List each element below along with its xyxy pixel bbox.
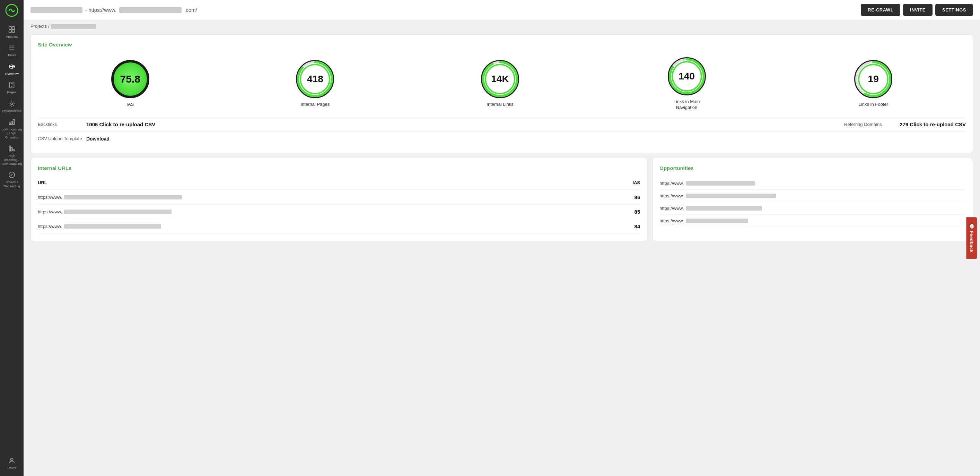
- links-nav-circle: 140: [668, 57, 706, 96]
- sidebar-item-overview[interactable]: Overview: [0, 60, 24, 78]
- svg-point-26: [483, 62, 517, 96]
- backlinks-value[interactable]: 1006 Click to re-upload CSV: [86, 121, 844, 127]
- opp-item[interactable]: https://www.: [659, 190, 966, 202]
- metric-internal-links: 14K Internal Links: [481, 60, 519, 107]
- ias-label: IAS: [126, 102, 134, 107]
- site-overview-title: Site Overview: [38, 42, 966, 48]
- url-prefix-0: https://www.: [38, 195, 62, 200]
- site-name-blurred: [30, 7, 83, 13]
- metric-ias: 75.8 IAS: [111, 60, 150, 107]
- sidebar-item-projects[interactable]: Projects: [0, 23, 24, 41]
- table-header: URL IAS: [38, 177, 640, 190]
- internal-pages-label: Internal Pages: [301, 102, 329, 107]
- svg-rect-2: [12, 27, 14, 29]
- sidebar-item-pages-label: Pages: [7, 90, 17, 94]
- csv-label: CSV Upload Template: [38, 136, 86, 141]
- opp-item[interactable]: https://www.: [659, 177, 966, 190]
- table-row[interactable]: https://www. 85: [38, 205, 640, 219]
- url-prefix-1: https://www.: [38, 209, 62, 214]
- internal-urls-card: Internal URLs URL IAS https://www. 86 ht…: [30, 158, 648, 241]
- opp-url-1: https://www.: [659, 193, 684, 198]
- svg-rect-15: [10, 123, 11, 125]
- links-footer-circle: 19: [854, 60, 892, 98]
- ias-val-0: 86: [612, 194, 640, 200]
- breadcrumb-projects[interactable]: Projects: [30, 24, 47, 29]
- sidebar-item-high-incoming[interactable]: High Incoming / Low Outgoing: [0, 142, 24, 168]
- opp-item[interactable]: https://www.: [659, 215, 966, 227]
- links-footer-label: Links in Footer: [859, 102, 888, 107]
- table-row-url-2: https://www.: [38, 224, 612, 229]
- sidebar-item-tasks-label: Tasks: [8, 53, 16, 57]
- internal-links-label: Internal Links: [487, 102, 513, 107]
- sidebar-item-broken[interactable]: Broken / Redirecting: [0, 168, 24, 191]
- header-left: - https://www. .com/: [30, 7, 197, 13]
- settings-button[interactable]: SETTINGS: [935, 4, 973, 16]
- metric-links-nav: 140 Links in Main Navigation: [666, 57, 708, 111]
- metric-links-footer: 19 Links in Footer: [854, 60, 892, 107]
- opp-url-2: https://www.: [659, 206, 684, 211]
- sidebar-item-opportunities[interactable]: Opportunities: [0, 97, 24, 115]
- header: - https://www. .com/ RE-CRAWL INVITE SET…: [24, 0, 980, 20]
- opportunities-card: Opportunities https://www. https://www. …: [652, 158, 973, 241]
- sidebar-item-low-incoming[interactable]: Low Incoming / High Outgoing: [0, 115, 24, 142]
- site-url-blurred: [119, 7, 181, 13]
- backlinks-row: Backlinks 1006 Click to re-upload CSV Re…: [38, 117, 966, 131]
- feedback-tab[interactable]: 💬 Feedback: [966, 217, 977, 259]
- sidebar-item-overview-label: Overview: [5, 72, 19, 76]
- opp-blurred-0: [686, 181, 755, 185]
- opp-blurred-2: [686, 206, 762, 211]
- invite-button[interactable]: INVITE: [903, 4, 932, 16]
- url-blurred-2: [64, 224, 161, 228]
- svg-rect-17: [13, 120, 14, 125]
- internal-urls-title: Internal URLs: [38, 165, 640, 171]
- referring-value[interactable]: 279 Click to re-upload CSV: [900, 121, 966, 127]
- feedback-icon: 💬: [969, 224, 974, 229]
- sidebar: Projects Tasks Overview Pages Opportunit…: [0, 0, 24, 476]
- header-buttons: RE-CRAWL INVITE SETTINGS: [861, 4, 973, 16]
- header-url-dash: - https://www.: [85, 7, 116, 13]
- svg-rect-20: [13, 149, 14, 151]
- ias-val-2: 84: [612, 224, 640, 229]
- sidebar-item-users-label: Users: [8, 466, 16, 470]
- header-url-suffix: .com/: [185, 7, 197, 13]
- opp-item[interactable]: https://www.: [659, 202, 966, 215]
- url-prefix-2: https://www.: [38, 224, 62, 229]
- ias-val-1: 85: [612, 209, 640, 215]
- svg-rect-16: [11, 121, 13, 125]
- sidebar-item-users[interactable]: Users: [0, 454, 24, 473]
- opp-url-3: https://www.: [659, 218, 684, 224]
- sidebar-item-pages[interactable]: Pages: [0, 78, 24, 97]
- svg-rect-3: [9, 30, 11, 32]
- breadcrumb-current-blurred: [51, 24, 96, 29]
- svg-rect-4: [12, 30, 14, 32]
- links-nav-label: Links in Main Navigation: [666, 99, 708, 111]
- sidebar-item-projects-label: Projects: [6, 35, 18, 38]
- sidebar-item-opportunities-label: Opportunities: [2, 109, 22, 113]
- table-row[interactable]: https://www. 84: [38, 219, 640, 234]
- sidebar-item-broken-label: Broken / Redirecting: [2, 180, 22, 188]
- ias-value: 75.8: [120, 73, 140, 85]
- csv-row: CSV Upload Template Download: [38, 131, 966, 146]
- referring-label: Referring Domains: [844, 122, 900, 127]
- opportunities-title: Opportunities: [659, 165, 966, 171]
- csv-download-link[interactable]: Download: [86, 136, 110, 142]
- logo[interactable]: [5, 3, 19, 18]
- table-row[interactable]: https://www. 86: [38, 190, 640, 205]
- sidebar-item-tasks[interactable]: Tasks: [0, 41, 24, 60]
- metric-internal-pages: 418 Internal Pages: [296, 60, 334, 107]
- svg-rect-18: [10, 146, 11, 151]
- site-overview-card: Site Overview 75.8 IAS: [30, 34, 973, 153]
- breadcrumb-separator: /: [48, 24, 49, 29]
- svg-point-14: [11, 103, 13, 105]
- ias-circle: 75.8: [111, 60, 150, 98]
- svg-rect-19: [11, 147, 13, 151]
- table-row-url-1: https://www.: [38, 209, 612, 214]
- feedback-label: Feedback: [969, 231, 974, 252]
- recrawl-button[interactable]: RE-CRAWL: [861, 4, 900, 16]
- opp-url-0: https://www.: [659, 181, 684, 186]
- svg-point-24: [298, 62, 332, 96]
- url-blurred-0: [64, 195, 182, 200]
- opp-blurred-3: [686, 219, 748, 223]
- table-row-url-0: https://www.: [38, 195, 612, 200]
- backlinks-label: Backlinks: [38, 122, 86, 127]
